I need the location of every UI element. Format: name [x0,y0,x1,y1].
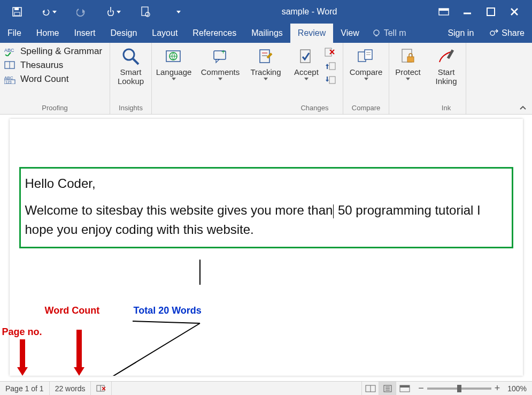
smart-lookup-label: Smart Lookup [118,67,144,86]
compare-icon [357,49,375,65]
svg-rect-38 [329,63,335,70]
tab-references[interactable]: References [185,24,244,43]
window-controls [434,4,532,19]
accept-button[interactable]: Accept [291,45,322,80]
svg-rect-1 [14,7,19,10]
compare-button[interactable]: Compare [346,45,386,80]
zoom-in-button[interactable]: + [495,383,500,394]
tab-view[interactable]: View [333,24,366,43]
svg-point-23 [124,49,134,60]
annotation-page-no: Page no. [2,326,42,338]
svg-rect-65 [400,385,410,388]
text-box[interactable]: Hello Coder, Welcome to sitesbay this we… [19,167,513,248]
tell-me-label: Tell m [384,28,406,38]
tab-insert[interactable]: Insert [66,24,103,43]
svg-rect-11 [487,8,495,16]
share-button[interactable]: Share [481,28,532,38]
tracking-button[interactable]: Tracking [248,45,284,80]
maximize-button[interactable] [481,4,501,19]
svg-rect-34 [300,50,310,63]
tracking-icon [258,48,274,65]
arrow-word-count [74,330,84,376]
spelling-grammar-button[interactable]: ABC Spelling & Grammar [4,46,102,57]
svg-rect-2 [14,12,20,16]
sign-in-button[interactable]: Sign in [440,28,481,38]
quick-access-toolbar [0,4,185,19]
share-label: Share [502,28,525,38]
document-page[interactable]: Hello Coder, Welcome to sitesbay this we… [10,119,523,376]
status-page[interactable]: Page 1 of 1 [0,382,50,395]
wordcount-icon: ABC123 [4,74,17,84]
undo-icon[interactable] [42,4,57,19]
language-icon [165,49,182,65]
ribbon-display-icon[interactable] [434,4,454,19]
language-label: Language [156,67,192,77]
spelling-icon: ABC [4,47,17,56]
bulb-icon [372,29,381,37]
tab-review[interactable]: Review [290,24,333,43]
word-count-button[interactable]: ABC123 Word Count [4,74,102,85]
svg-text:ABC: ABC [4,48,14,53]
svg-rect-35 [325,48,331,56]
tab-layout[interactable]: Layout [144,24,185,43]
comments-button[interactable]: + Comments [198,45,243,80]
book-proof-icon [96,384,106,393]
start-inking-button[interactable]: Start Inking [432,45,460,86]
document-area: Hello Coder, Welcome to sitesbay this we… [0,115,532,388]
annotation-wordcount: Word Count [45,305,100,316]
svg-marker-42 [326,80,329,82]
svg-rect-8 [439,9,449,11]
tab-home[interactable]: Home [29,24,67,43]
svg-marker-29 [216,59,219,63]
spelling-label: Spelling & Grammar [20,46,102,57]
group-changes: Accept Changes [287,43,343,114]
group-protect: Protect [389,43,427,114]
print-layout-button[interactable] [379,382,396,395]
status-word-count[interactable]: 22 words [50,382,91,395]
tab-design[interactable]: Design [103,24,144,43]
collapse-ribbon-button[interactable] [519,105,527,111]
reject-button[interactable] [323,47,338,58]
language-button[interactable]: Language [153,45,195,80]
read-mode-icon [365,385,376,392]
zoom-slider[interactable] [427,388,491,390]
zoom-out-button[interactable]: − [418,383,424,394]
tracking-label: Tracking [251,67,281,77]
svg-line-52 [133,321,200,323]
web-layout-button[interactable] [396,382,413,395]
svg-point-16 [490,31,495,35]
read-mode-button[interactable] [361,382,379,395]
svg-marker-39 [326,64,329,66]
tell-me[interactable]: Tell m [367,24,412,43]
next-icon [325,76,336,85]
smart-lookup-button[interactable]: Smart Lookup [114,45,147,86]
previous-change-button[interactable] [323,61,338,72]
tab-file[interactable]: File [0,24,29,43]
qat-customize-icon[interactable] [170,4,185,19]
minimize-button[interactable] [457,4,477,19]
group-tracking: Tracking [245,43,287,114]
close-button[interactable] [504,4,525,19]
svg-rect-41 [329,77,335,83]
next-change-button[interactable] [323,75,338,86]
touch-mode-icon[interactable] [106,4,121,19]
save-icon[interactable] [10,4,25,19]
thesaurus-label: Thesaurus [20,60,63,71]
compare-label: Compare [350,67,383,77]
svg-point-14 [374,30,379,35]
tab-mailings[interactable]: Mailings [244,24,290,43]
group-comments: + Comments [196,43,245,114]
window-title: sample - Word [185,7,434,17]
group-ink-label: Ink [431,103,461,113]
zoom-level[interactable]: 100% [507,384,527,393]
print-preview-icon[interactable] [138,4,153,19]
doc-paragraph[interactable]: Welcome to sitesbay this website gives y… [25,201,507,239]
doc-line-1[interactable]: Hello Coder, [25,174,507,193]
status-proofing-icon[interactable] [91,382,112,395]
redo-icon[interactable] [74,4,89,19]
protect-button[interactable]: Protect [392,45,424,80]
thesaurus-button[interactable]: Thesaurus [4,60,102,71]
inking-label: Start Inking [435,67,457,86]
ribbon: ABC Spelling & Grammar Thesaurus ABC123 … [0,43,532,115]
doc-text-a: Welcome to sitesbay this website gives y… [25,203,333,217]
